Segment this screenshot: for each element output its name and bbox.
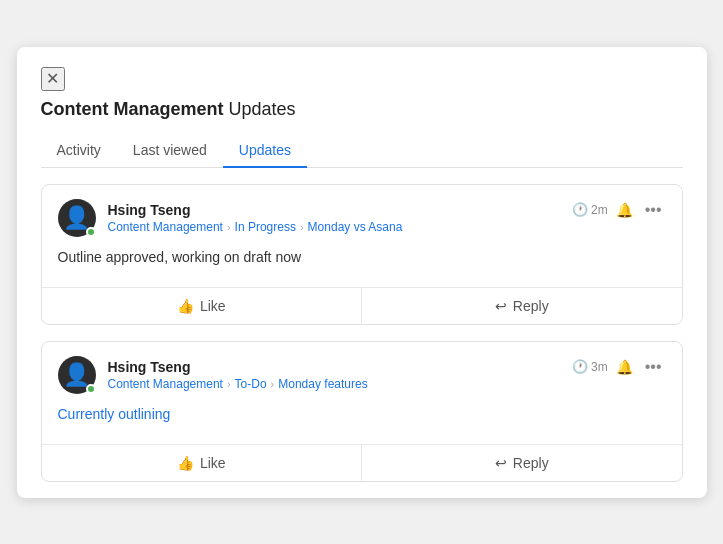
breadcrumb-1: Content Management › In Progress › Monda… <box>108 220 403 234</box>
tab-updates[interactable]: Updates <box>223 134 307 168</box>
card-actions-2: 👍 Like ↩ Reply <box>42 444 682 481</box>
meta-time-2: 🕐 3m <box>572 359 608 374</box>
breadcrumb-sep-1b: › <box>300 221 304 233</box>
breadcrumb-item-2a[interactable]: Content Management <box>108 377 223 391</box>
reply-label-1: Reply <box>513 298 549 314</box>
card-header-1: 👤 Hsing Tseng Content Management › In Pr… <box>58 199 666 237</box>
card-content-1: 👤 Hsing Tseng Content Management › In Pr… <box>42 185 682 287</box>
reply-icon-1: ↩ <box>495 298 507 314</box>
card-message-2: Currently outlining <box>58 402 666 430</box>
bell-icon-1[interactable]: 🔔 <box>616 202 633 218</box>
card-meta-2: 🕐 3m 🔔 ••• <box>572 356 665 378</box>
card-actions-1: 👍 Like ↩ Reply <box>42 287 682 324</box>
user-info-2: Hsing Tseng Content Management › To-Do ›… <box>108 359 368 391</box>
avatar-2: 👤 <box>58 356 96 394</box>
breadcrumb-sep-2a: › <box>227 378 231 390</box>
reply-label-2: Reply <box>513 455 549 471</box>
bell-icon-2[interactable]: 🔔 <box>616 359 633 375</box>
panel-title: Content Management Updates <box>41 99 683 120</box>
card-header-left-2: 👤 Hsing Tseng Content Management › To-Do… <box>58 356 368 394</box>
breadcrumb-item-2b[interactable]: To-Do <box>235 377 267 391</box>
avatar-1: 👤 <box>58 199 96 237</box>
breadcrumb-item-1c[interactable]: Monday vs Asana <box>308 220 403 234</box>
breadcrumb-sep-2b: › <box>271 378 275 390</box>
user-name-1: Hsing Tseng <box>108 202 403 218</box>
user-name-2: Hsing Tseng <box>108 359 368 375</box>
time-value-2: 3m <box>591 360 608 374</box>
like-button-2[interactable]: 👍 Like <box>42 445 363 481</box>
breadcrumb-item-1a[interactable]: Content Management <box>108 220 223 234</box>
clock-icon-1: 🕐 <box>572 202 588 217</box>
breadcrumb-item-2c[interactable]: Monday features <box>278 377 367 391</box>
card-header-left-1: 👤 Hsing Tseng Content Management › In Pr… <box>58 199 403 237</box>
card-message-1: Outline approved, working on draft now <box>58 245 666 273</box>
like-label-2: Like <box>200 455 226 471</box>
clock-icon-2: 🕐 <box>572 359 588 374</box>
update-card-1: 👤 Hsing Tseng Content Management › In Pr… <box>41 184 683 325</box>
update-card-2: 👤 Hsing Tseng Content Management › To-Do… <box>41 341 683 482</box>
like-icon-2: 👍 <box>177 455 194 471</box>
tabs-bar: Activity Last viewed Updates <box>41 134 683 168</box>
panel-body: 👤 Hsing Tseng Content Management › In Pr… <box>17 168 707 498</box>
tab-activity[interactable]: Activity <box>41 134 117 168</box>
more-button-1[interactable]: ••• <box>641 199 666 221</box>
online-indicator-1 <box>86 227 96 237</box>
user-icon-2: 👤 <box>63 362 90 388</box>
breadcrumb-item-1b[interactable]: In Progress <box>235 220 296 234</box>
close-icon: ✕ <box>46 69 59 88</box>
more-button-2[interactable]: ••• <box>641 356 666 378</box>
time-value-1: 2m <box>591 203 608 217</box>
card-meta-1: 🕐 2m 🔔 ••• <box>572 199 665 221</box>
reply-icon-2: ↩ <box>495 455 507 471</box>
user-icon-1: 👤 <box>63 205 90 231</box>
meta-time-1: 🕐 2m <box>572 202 608 217</box>
like-icon-1: 👍 <box>177 298 194 314</box>
breadcrumb-2: Content Management › To-Do › Monday feat… <box>108 377 368 391</box>
like-label-1: Like <box>200 298 226 314</box>
reply-button-1[interactable]: ↩ Reply <box>362 288 682 324</box>
card-content-2: 👤 Hsing Tseng Content Management › To-Do… <box>42 342 682 444</box>
reply-button-2[interactable]: ↩ Reply <box>362 445 682 481</box>
card-header-2: 👤 Hsing Tseng Content Management › To-Do… <box>58 356 666 394</box>
tab-last-viewed[interactable]: Last viewed <box>117 134 223 168</box>
user-info-1: Hsing Tseng Content Management › In Prog… <box>108 202 403 234</box>
breadcrumb-sep-1a: › <box>227 221 231 233</box>
like-button-1[interactable]: 👍 Like <box>42 288 363 324</box>
online-indicator-2 <box>86 384 96 394</box>
main-panel: ✕ Content Management Updates Activity La… <box>17 47 707 498</box>
close-button[interactable]: ✕ <box>41 67 65 91</box>
panel-header: ✕ Content Management Updates Activity La… <box>17 47 707 168</box>
